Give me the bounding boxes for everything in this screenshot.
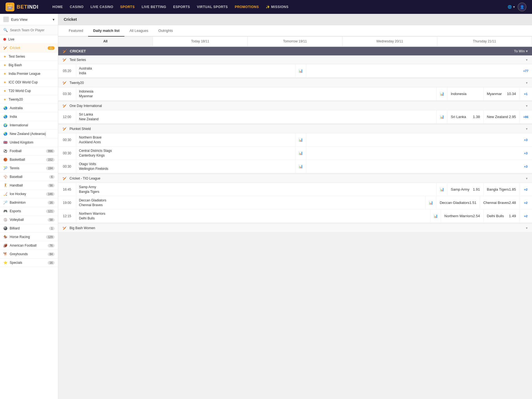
sidebar-item-international[interactable]: 🌍 International [0, 121, 58, 130]
nav-item-virtual-sports[interactable]: VIRTUAL SPORTS [197, 5, 228, 9]
match-row: 12:00 Sri Lanka New Zealand 📊 Sri Lanka … [58, 110, 532, 124]
sidebar-item-horse-racing[interactable]: 🏇 Horse Racing 129 [0, 233, 58, 241]
match-row: 00:30 Otago Volts Wellington Firebirds 📊… [58, 160, 532, 173]
match-stats-icon[interactable]: 📊 [436, 110, 447, 123]
sidebar-item-esports[interactable]: 🎮 Esports 121 [0, 207, 58, 216]
nav-item-home[interactable]: HOME [52, 5, 63, 9]
date-item-wednesday-20/11[interactable]: Wednesday 20/11 [342, 37, 437, 46]
sidebar-item-badminton[interactable]: 🏸 Badminton 16 [0, 198, 58, 207]
country-label: Australia [10, 106, 23, 110]
sidebar-item-new-zealand-aotearoa[interactable]: 🌏 New Zealand (Aotearoa) [0, 130, 58, 138]
euro-view-selector[interactable]: Euro View ▾ [0, 14, 58, 25]
sidebar-item-t20-world-cup[interactable]: ★ T20 World Cup [0, 87, 58, 95]
odds-cell-team2[interactable]: Bangla Tigers 1.85 [484, 183, 520, 196]
more-odds-button[interactable]: +3 [520, 147, 532, 160]
sport-label: Horse Racing [10, 235, 30, 239]
sidebar-item-australia[interactable]: 🌏 Australia [0, 104, 58, 112]
sidebar-item-twenty20[interactable]: ★ Twenty20 [0, 95, 58, 104]
sidebar-item-test-series[interactable]: ★ Test Series [0, 52, 58, 61]
search-input[interactable] [10, 28, 55, 32]
odds-cell-team1[interactable]: Indonesia [447, 87, 484, 100]
date-item-tomorrow-19/11[interactable]: Tomorrow 19/11 [248, 37, 342, 46]
more-odds-button[interactable]: +2 [520, 209, 532, 222]
user-avatar[interactable]: 👤 [518, 2, 526, 11]
tab-outrights[interactable]: Outrights [153, 25, 178, 37]
sidebar-item-india[interactable]: 🌏 India [0, 112, 58, 121]
nav-item-live-casino[interactable]: LIVE CASINO [91, 5, 113, 9]
tab-featured[interactable]: Featured [64, 25, 88, 37]
nav-item-esports[interactable]: ESPORTS [173, 5, 190, 9]
odds-cell-team1[interactable]: Sri Lanka 1.38 [447, 110, 484, 123]
odds-cell-team1[interactable]: Samp Army 1.91 [447, 183, 484, 196]
match-stats-icon[interactable]: 📊 [436, 183, 447, 196]
odds-columns: Northern Warriors 2.54 Delhi Bulls 1.49 [441, 209, 520, 222]
sidebar-item-specials[interactable]: ⭐ Specials 16 [0, 259, 58, 267]
sidebar-item-cricket[interactable]: 🏏 Cricket 21 [0, 44, 58, 52]
league-header-test-series[interactable]: 🏏 Test Series ▾ [58, 56, 532, 64]
sidebar-item-football[interactable]: ⚽ Football 996 [0, 147, 58, 155]
top-navigation: 🎰 BETINDI HOMECASINOLIVE CASINOSPORTSLIV… [0, 0, 532, 14]
chevron-down-icon: ▾ [53, 17, 55, 22]
star-icon: ★ [3, 98, 6, 101]
more-odds-button[interactable]: +3 [520, 160, 532, 173]
sidebar-item-icc-odi-world-cup[interactable]: ★ ICC ODI World Cup [0, 78, 58, 87]
odds-cell-team1[interactable]: Deccan Gladiators 1.51 [436, 196, 480, 209]
league-header-cricket-tio-league[interactable]: 🏏 Cricket - TIO League ▾ [58, 174, 532, 183]
match-stats-icon[interactable]: 📊 [295, 160, 306, 173]
nav-item-live-betting[interactable]: LIVE BETTING [142, 5, 166, 9]
sidebar-item-baseball[interactable]: ⚾ Baseball 6 [0, 173, 58, 181]
league-header-big-bash-women[interactable]: 🏏 Big Bash Women ▾ [58, 224, 532, 232]
sidebar-item-basketball[interactable]: 🏀 Basketball 152 [0, 155, 58, 164]
more-odds-button[interactable]: +1 [520, 87, 532, 100]
date-item-all[interactable]: All [58, 37, 153, 46]
sidebar-item-united-kingdom[interactable]: 🇬🇧 United Kingdom [0, 138, 58, 147]
tab-daily-match-list[interactable]: Daily match list [88, 25, 124, 37]
sidebar-item-handball[interactable]: 🤾 Handball 56 [0, 181, 58, 190]
more-odds-button[interactable]: +2 [520, 196, 532, 209]
sidebar-item-live[interactable]: Live [0, 35, 58, 44]
odds-cell-team1[interactable]: Northern Warriors 2.54 [441, 209, 484, 222]
country-flag-icon: 🌍 [3, 123, 7, 127]
to-win-selector[interactable]: To Win ▾ [514, 49, 528, 53]
sidebar-item-greyhounds[interactable]: 🐕 Greyhounds 84 [0, 250, 58, 259]
nav-item-promotions[interactable]: PROMOTIONS [235, 5, 259, 9]
match-stats-icon[interactable]: 📊 [425, 196, 436, 209]
league-header-plunket-shield[interactable]: 🏏 Plunket Shield ▾ [58, 125, 532, 133]
more-odds-button[interactable]: +77 [520, 64, 532, 77]
match-row: 00:30 Central Districts Stags Canterbury… [58, 147, 532, 160]
match-stats-icon[interactable]: 📊 [430, 209, 441, 222]
match-time: 03:30 [58, 87, 76, 100]
more-odds-button[interactable]: +2 [520, 183, 532, 196]
league-header-twenty20[interactable]: 🏏 Twenty20 ▾ [58, 79, 532, 87]
euro-view-icon [3, 17, 9, 22]
nav-item-✨-missions[interactable]: ✨ MISSIONS [266, 5, 288, 9]
sport-label: Tennis [10, 166, 19, 170]
nav-item-sports[interactable]: SPORTS [120, 5, 135, 9]
nav-item-casino[interactable]: CASINO [70, 5, 84, 9]
sidebar-item-billiard[interactable]: 🎱 Billiard 1 [0, 224, 58, 233]
league-header-one-day-international[interactable]: 🏏 One Day International ▾ [58, 102, 532, 110]
odds-cell-team2[interactable]: Chennai Braves 2.48 [480, 196, 520, 209]
more-odds-button[interactable]: +3 [520, 133, 532, 146]
sidebar-item-india-premier-league[interactable]: ★ India Premier League [0, 70, 58, 78]
match-stats-icon[interactable]: 📊 [295, 147, 306, 160]
odds-cell-team2[interactable]: Myanmar 10.34 [484, 87, 520, 100]
sidebar-item-american-football[interactable]: 🏈 American Football 76 [0, 241, 58, 250]
match-stats-icon[interactable]: 📊 [436, 87, 447, 100]
sidebar-item-tennis[interactable]: 🎾 Tennis 194 [0, 164, 58, 173]
logo[interactable]: 🎰 BETINDI [6, 2, 39, 11]
sidebar-item-volleyball[interactable]: 🏐 Volleyball 58 [0, 216, 58, 224]
sidebar-item-big-bash[interactable]: ★ Big Bash [0, 61, 58, 70]
page-title: Cricket [58, 14, 532, 25]
date-item-today-18/11[interactable]: Today 18/11 [153, 37, 248, 46]
language-selector[interactable]: 🌐 ▾ [508, 5, 515, 9]
odds-cell-team2[interactable]: Delhi Bulls 1.49 [484, 209, 520, 222]
match-stats-icon[interactable]: 📊 [295, 133, 306, 146]
more-odds-button[interactable]: +86 [520, 110, 532, 123]
match-time: 00:30 [58, 133, 76, 146]
date-item-thursday-21/11[interactable]: Thursday 21/11 [437, 37, 532, 46]
match-stats-icon[interactable]: 📊 [295, 64, 306, 77]
tab-all-leagues[interactable]: All Leagues [124, 25, 153, 37]
odds-cell-team2[interactable]: New Zealand 2.95 [484, 110, 520, 123]
sidebar-item-ice-hockey[interactable]: 🏒 Ice Hockey 146 [0, 190, 58, 198]
